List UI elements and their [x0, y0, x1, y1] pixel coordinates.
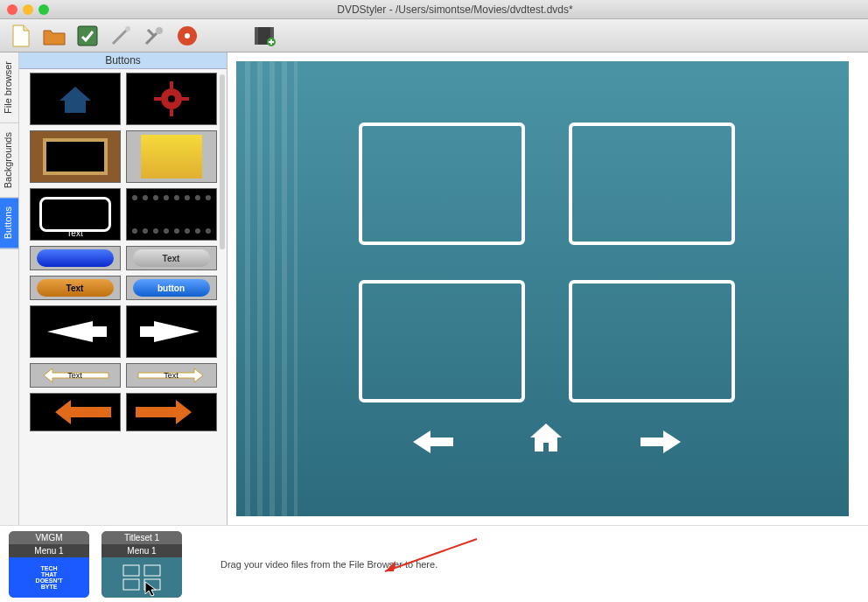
- open-project-button[interactable]: [42, 24, 66, 48]
- arrow-left-icon: [40, 314, 110, 349]
- dvd-menu-canvas[interactable]: [236, 61, 849, 516]
- timeline-item-subtitle: Menu 1: [9, 544, 89, 557]
- home-icon: [54, 81, 96, 116]
- svg-rect-16: [140, 326, 163, 337]
- timeline-item-titleset1[interactable]: Titleset 1 Menu 1: [102, 531, 182, 598]
- button-thumb-arrow-right-orange[interactable]: [126, 393, 217, 431]
- arrow-right-icon: [639, 429, 682, 455]
- svg-rect-19: [123, 579, 139, 590]
- svg-point-10: [168, 95, 175, 102]
- timeline-thumb-text: TECH THAT DOESN'T BYTE: [36, 565, 63, 590]
- svg-point-1: [125, 26, 130, 32]
- svg-point-4: [185, 33, 190, 38]
- arrow-left-icon: [36, 397, 115, 427]
- main-toolbar: [0, 19, 868, 52]
- minimize-window-button[interactable]: [23, 4, 33, 15]
- button-thumb-pill-blue[interactable]: [30, 246, 121, 270]
- svg-rect-11: [170, 81, 173, 88]
- palette-title: Buttons: [19, 52, 227, 69]
- button-thumb-gear[interactable]: [126, 73, 217, 125]
- button-thumb-textarrow-left[interactable]: Text: [30, 363, 121, 388]
- burn-icon: [176, 24, 199, 47]
- svg-rect-12: [170, 109, 173, 116]
- button-thumb-filmstrip[interactable]: [126, 188, 217, 241]
- close-window-button[interactable]: [7, 4, 18, 15]
- zoom-window-button[interactable]: [38, 4, 49, 15]
- cursor-icon: [144, 581, 157, 597]
- button-thumb-rounded-text[interactable]: Text: [30, 188, 121, 241]
- timeline-item-vmgm[interactable]: VMGM Menu 1 TECH THAT DOESN'T BYTE: [9, 531, 89, 598]
- window-titlebar: DVDStyler - /Users/simontse/Movies/dvdte…: [0, 0, 868, 19]
- timeline-item-title: Titleset 1: [102, 531, 182, 544]
- button-thumb-pill-orange[interactable]: Text: [30, 276, 121, 300]
- tab-backgrounds[interactable]: Backgrounds: [0, 123, 18, 198]
- button-thumb-arrow-left-orange[interactable]: [30, 393, 121, 431]
- canvas-decoration: [245, 61, 298, 516]
- burn-button[interactable]: [175, 24, 200, 48]
- add-video-button[interactable]: [252, 24, 276, 48]
- button-palette-panel: Buttons: [19, 52, 228, 525]
- button-thumb-textarrow-right[interactable]: Text: [126, 363, 217, 388]
- palette-scrollbar[interactable]: [220, 74, 225, 249]
- button-thumb-arrow-right-white[interactable]: [126, 305, 217, 358]
- tools-icon: [143, 24, 165, 47]
- tab-buttons[interactable]: Buttons: [0, 198, 18, 248]
- annotation-arrow: [376, 535, 481, 578]
- timeline-item-title: VMGM: [9, 531, 89, 544]
- button-thumb-arrow-left-white[interactable]: [30, 305, 121, 358]
- svg-rect-0: [78, 26, 97, 46]
- menu-slot-1[interactable]: [359, 122, 525, 245]
- traffic-lights: [7, 4, 49, 15]
- menu-nav-prev[interactable]: [411, 429, 455, 458]
- svg-rect-17: [123, 565, 139, 576]
- menu-slot-4[interactable]: [569, 280, 735, 402]
- menu-nav-next[interactable]: [639, 429, 682, 458]
- window-title: DVDStyler - /Users/simontse/Movies/dvdte…: [49, 4, 861, 16]
- new-project-button[interactable]: [9, 24, 33, 48]
- button-thumb-sticky[interactable]: [126, 130, 217, 183]
- menu-slot-3[interactable]: [359, 280, 525, 402]
- thumb-label: Text: [66, 228, 82, 238]
- new-icon: [10, 24, 32, 48]
- svg-rect-15: [84, 326, 107, 337]
- palette-body[interactable]: Text Text Text button: [19, 69, 227, 525]
- svg-rect-18: [144, 565, 160, 576]
- svg-point-2: [156, 27, 163, 34]
- timeline-item-subtitle: Menu 1: [102, 544, 182, 557]
- video-add-icon: [253, 24, 276, 47]
- menu-thumb-icon: [120, 562, 164, 593]
- save-icon: [76, 24, 99, 47]
- arrow-left-icon: [411, 429, 455, 455]
- button-thumb-pill-button[interactable]: button: [126, 276, 217, 300]
- wizard-button[interactable]: [108, 24, 133, 48]
- wand-icon: [109, 24, 132, 47]
- svg-rect-14: [182, 97, 189, 101]
- arrow-right-icon: [136, 314, 206, 349]
- settings-button[interactable]: [142, 24, 166, 48]
- canvas-area: [228, 52, 868, 525]
- svg-rect-6: [255, 27, 258, 45]
- save-project-button[interactable]: [75, 24, 100, 48]
- svg-rect-13: [154, 97, 161, 101]
- tab-file-browser[interactable]: File browser: [0, 52, 18, 123]
- gear-icon: [152, 80, 191, 118]
- home-icon: [527, 420, 565, 455]
- side-tab-strip: File browser Backgrounds Buttons: [0, 52, 19, 525]
- arrow-right-icon: [132, 397, 211, 427]
- menu-slot-2[interactable]: [569, 122, 735, 245]
- open-icon: [42, 25, 66, 46]
- timeline-panel[interactable]: VMGM Menu 1 TECH THAT DOESN'T BYTE Title…: [0, 525, 868, 602]
- button-thumb-pill-grey[interactable]: Text: [126, 246, 217, 270]
- svg-line-21: [385, 539, 477, 571]
- button-thumb-frame[interactable]: [30, 130, 121, 183]
- menu-nav-home[interactable]: [527, 420, 565, 458]
- button-thumb-home[interactable]: [30, 73, 121, 125]
